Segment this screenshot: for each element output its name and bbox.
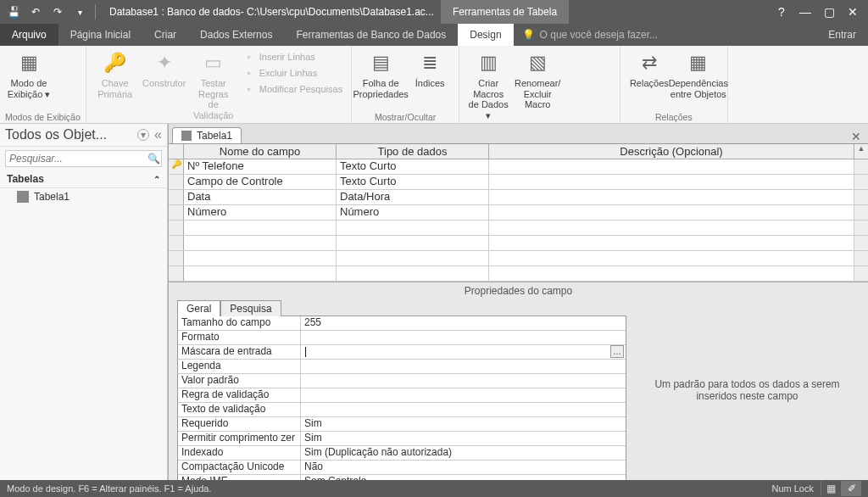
scroll-up-icon[interactable]: ▲: [854, 144, 868, 159]
field-type-cell[interactable]: Texto Curto: [337, 175, 489, 189]
field-name-cell[interactable]: [184, 266, 337, 281]
field-type-cell[interactable]: Texto Curto: [337, 159, 489, 174]
scrollbar-track[interactable]: [854, 221, 868, 235]
ribbon-button[interactable]: ▥Criar Macrosde Dados ▾: [465, 47, 512, 123]
field-row[interactable]: [169, 266, 868, 282]
ribbon-tab[interactable]: Design: [458, 24, 513, 46]
scrollbar-track[interactable]: [854, 251, 868, 265]
property-row[interactable]: Tamanho do campo255: [178, 316, 626, 331]
ribbon-button[interactable]: ▦Dependênciasentre Objetos: [675, 47, 722, 101]
row-selector[interactable]: [169, 175, 184, 189]
field-name-cell[interactable]: Data: [184, 190, 337, 204]
field-desc-cell[interactable]: [489, 221, 854, 235]
qat-customize-icon[interactable]: ▾: [70, 3, 90, 21]
redo-icon[interactable]: ↷: [47, 3, 68, 21]
property-row[interactable]: Máscara de entrada|…: [178, 345, 626, 360]
property-value[interactable]: [301, 403, 626, 416]
property-value[interactable]: 255: [301, 316, 626, 330]
ribbon-button[interactable]: ⇄Relações: [626, 47, 673, 91]
row-selector[interactable]: [169, 190, 184, 204]
field-desc-cell[interactable]: [489, 205, 854, 220]
shutter-icon[interactable]: «: [154, 127, 162, 142]
minimize-icon[interactable]: —: [793, 3, 817, 21]
scrollbar-track[interactable]: [854, 236, 868, 250]
close-icon[interactable]: ✕: [841, 3, 865, 21]
field-row[interactable]: [169, 251, 868, 266]
field-type-cell[interactable]: Número: [337, 205, 489, 220]
property-row[interactable]: Valor padrão: [178, 374, 626, 388]
property-value[interactable]: Sim: [301, 432, 626, 445]
scrollbar-track[interactable]: [854, 175, 868, 189]
row-selector[interactable]: [169, 236, 184, 250]
property-row[interactable]: Modo IMESem Controle: [178, 475, 626, 480]
ribbon-button[interactable]: ≣Índices: [406, 47, 453, 91]
row-selector[interactable]: [169, 221, 184, 235]
field-desc-cell[interactable]: [489, 266, 854, 281]
field-desc-cell[interactable]: [489, 175, 854, 189]
dropdown-icon[interactable]: ▾: [137, 129, 149, 141]
builder-button[interactable]: …: [610, 345, 624, 358]
search-icon[interactable]: 🔍: [146, 153, 161, 165]
field-row[interactable]: [169, 236, 868, 251]
field-name-cell[interactable]: [184, 251, 337, 265]
navpane-category[interactable]: Tabelas ⌃: [0, 170, 167, 188]
field-row[interactable]: 🔑Nº TelefoneTexto Curto: [169, 159, 868, 175]
property-tab[interactable]: Geral: [177, 300, 220, 316]
field-row[interactable]: Campo de ControleTexto Curto: [169, 175, 868, 190]
field-type-cell[interactable]: [337, 251, 489, 265]
navpane-search[interactable]: 🔍: [5, 150, 162, 167]
field-name-cell[interactable]: Campo de Controle: [184, 175, 337, 189]
property-row[interactable]: Formato: [178, 331, 626, 345]
scrollbar-track[interactable]: [854, 190, 868, 204]
property-value[interactable]: Sem Controle: [301, 475, 626, 480]
file-tab[interactable]: Arquivo: [0, 24, 58, 46]
row-selector[interactable]: 🔑: [169, 159, 184, 174]
row-selector-header[interactable]: [169, 144, 184, 159]
property-value[interactable]: Sim: [301, 417, 626, 431]
field-desc-cell[interactable]: [489, 190, 854, 204]
property-tab[interactable]: Pesquisa: [220, 300, 281, 316]
ribbon-tab[interactable]: Ferramentas de Banco de Dados: [284, 24, 458, 46]
close-tab-icon[interactable]: ✕: [844, 130, 868, 143]
col-header-desc[interactable]: Descrição (Opcional): [489, 144, 854, 159]
ribbon-button[interactable]: ▤Folha dePropriedades: [357, 47, 404, 101]
property-row[interactable]: IndexadoSim (Duplicação não autorizada): [178, 446, 626, 461]
help-icon[interactable]: ?: [770, 3, 793, 21]
property-value[interactable]: [301, 388, 626, 402]
ribbon-button[interactable]: ▧Renomear/Excluir Macro: [514, 47, 561, 112]
property-row[interactable]: Permitir comprimento zerSim: [178, 432, 626, 446]
field-row[interactable]: [169, 221, 868, 236]
document-tab[interactable]: Tabela1: [172, 127, 242, 143]
scrollbar-track[interactable]: [854, 266, 868, 281]
ribbon-tab[interactable]: Página Inicial: [58, 24, 142, 46]
row-selector[interactable]: [169, 266, 184, 281]
property-row[interactable]: RequeridoSim: [178, 417, 626, 432]
scrollbar-track[interactable]: [854, 159, 868, 174]
navpane-item[interactable]: Tabela1: [0, 188, 167, 205]
property-row[interactable]: Regra de validação: [178, 388, 626, 403]
tell-me-search[interactable]: 💡 O que você deseja fazer...: [514, 24, 666, 46]
property-value[interactable]: |…: [301, 345, 626, 359]
property-row[interactable]: Texto de validação: [178, 403, 626, 417]
collapse-icon[interactable]: ⌃: [153, 175, 160, 184]
ribbon-button[interactable]: ▦Modo deExibição ▾: [5, 47, 53, 101]
ribbon-tab[interactable]: Criar: [142, 24, 188, 46]
field-type-cell[interactable]: Data/Hora: [337, 190, 489, 204]
field-type-cell[interactable]: [337, 221, 489, 235]
field-row[interactable]: NúmeroNúmero: [169, 205, 868, 221]
col-header-name[interactable]: Nome do campo: [184, 144, 337, 159]
field-name-cell[interactable]: [184, 221, 337, 235]
field-type-cell[interactable]: [337, 236, 489, 250]
field-name-cell[interactable]: Número: [184, 205, 337, 220]
field-name-cell[interactable]: Nº Telefone: [184, 159, 337, 174]
property-row[interactable]: Legenda: [178, 360, 626, 374]
field-desc-cell[interactable]: [489, 251, 854, 265]
property-value[interactable]: [301, 331, 626, 344]
ribbon-tab[interactable]: Dados Externos: [188, 24, 284, 46]
search-input[interactable]: [6, 151, 146, 166]
navpane-header[interactable]: Todos os Objet... ▾ «: [0, 124, 167, 147]
property-value[interactable]: [301, 360, 626, 373]
design-view-icon[interactable]: ✐: [841, 481, 861, 496]
restore-icon[interactable]: ▢: [817, 3, 841, 21]
field-desc-cell[interactable]: [489, 159, 854, 174]
